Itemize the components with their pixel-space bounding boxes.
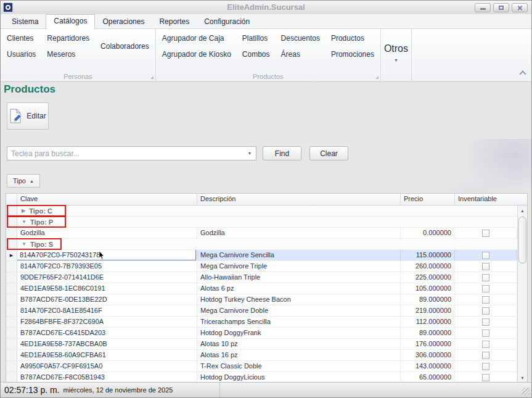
group-row-tipo-s[interactable]: ▼ Tipo: S — [6, 239, 517, 250]
cell-precio[interactable]: 176.000000 — [401, 339, 455, 349]
cell-precio[interactable]: 89.000000 — [401, 328, 455, 338]
cell-precio[interactable]: 105.000000 — [401, 283, 455, 294]
clear-button[interactable]: Clear — [309, 146, 348, 160]
cell-descripcion[interactable]: Mega Carnivore Doble — [197, 305, 401, 316]
scrollbar-thumb[interactable] — [518, 217, 526, 263]
ribbon-item-productos[interactable]: Productos — [330, 33, 375, 44]
close-button[interactable] — [512, 3, 528, 12]
tab-sistema[interactable]: Sistema — [4, 15, 46, 28]
tab-configuracion[interactable]: Configuración — [197, 15, 257, 28]
ribbon-item-agrupador-kiosko[interactable]: Agrupador de Kiosko — [161, 49, 232, 60]
cell-descripcion[interactable]: Mega Carnivore Sencilla — [197, 250, 401, 260]
table-row[interactable]: 4ED1EA9E58-1EC86C0191 Alotas 6 pz 105.00… — [6, 283, 517, 294]
inventariable-checkbox[interactable] — [482, 285, 489, 292]
cell-descripcion[interactable]: Mega Carnivore Triple — [197, 261, 401, 272]
cell-precio[interactable]: 225.000000 — [401, 272, 455, 283]
cell-clave[interactable]: A9950F0A57-CF9F6915A0 — [17, 361, 197, 371]
expand-icon[interactable]: ▼ — [22, 219, 27, 225]
ribbon-item-colaboradores[interactable]: Colaboradores — [99, 41, 150, 52]
inventariable-checkbox[interactable] — [482, 318, 489, 326]
collapse-icon[interactable]: ▶ — [22, 208, 25, 214]
cell-precio[interactable]: 89.000000 — [401, 294, 455, 305]
inventariable-checkbox[interactable] — [482, 252, 489, 259]
ribbon-item-repartidores[interactable]: Repartidores — [46, 33, 91, 44]
cell-descripcion[interactable]: Alotas 16 pz — [197, 350, 401, 360]
inventariable-checkbox[interactable] — [482, 274, 489, 281]
tab-operaciones[interactable]: Operaciones — [95, 15, 152, 28]
cell-descripcion[interactable]: Alotas 10 pz — [197, 339, 401, 349]
table-row[interactable]: 814A70F2C0-8A1E85416F Mega Carnivore Dob… — [6, 305, 517, 317]
search-input[interactable] — [7, 147, 240, 160]
ribbon-item-usuarios[interactable]: Usuarios — [6, 49, 37, 60]
table-row[interactable]: F2864BFBFE-8F372C690A Tricerachamps Senc… — [6, 317, 517, 328]
table-row[interactable]: B787ACD67E-C6415DA203 Hotdog DoggyFrank … — [6, 328, 517, 339]
cell-precio[interactable]: 112.000000 — [401, 317, 455, 327]
cell-descripcion[interactable]: Alotas 6 pz — [197, 283, 401, 294]
cell-precio[interactable]: 219.000000 — [401, 305, 455, 316]
groupby-tipo-chip[interactable]: Tipo ▲ — [7, 174, 40, 188]
table-row[interactable]: A9950F0A57-CF9F6915A0 T-Rex Classic Dobl… — [6, 361, 517, 372]
cell-clave[interactable]: 814A70F2C0-7B79393E05 — [17, 261, 197, 272]
cell-descripcion[interactable]: Tricerachamps Sencilla — [197, 317, 401, 327]
cell-precio[interactable]: 260.000000 — [401, 261, 455, 272]
cell-descripcion[interactable]: Hotdog Turkey Cheese Bacon — [197, 294, 401, 305]
minimize-button[interactable] — [475, 3, 491, 12]
inventariable-checkbox[interactable] — [482, 296, 489, 304]
inventariable-checkbox[interactable] — [482, 330, 489, 337]
table-row-selected[interactable]: ▶ 814A70F2C0-F750243178 Mega Carnivore S… — [6, 250, 517, 261]
ribbon-item-otros[interactable]: Otros — [383, 42, 409, 56]
cell-clave[interactable]: B787ACD67E-F8C05B1943 — [17, 372, 197, 383]
ribbon-item-combos[interactable]: Combos — [241, 49, 271, 60]
ribbon-item-promociones[interactable]: Promociones — [330, 49, 375, 60]
cell-descripcion[interactable]: Hotdog DoggyLicious — [197, 372, 401, 383]
tab-catalogos[interactable]: Catálogos — [46, 14, 95, 29]
cell-clave[interactable]: 4ED1EA9E58-737ABCBA0B — [17, 339, 197, 349]
cell-precio[interactable]: 143.000000 — [401, 361, 455, 371]
group-row-tipo-c[interactable]: ▶ Tipo: C — [6, 205, 517, 217]
cell-clave[interactable]: 814A70F2C0-8A1E85416F — [17, 305, 197, 316]
cell-precio[interactable]: 115.000000 — [401, 250, 455, 260]
cell-precio[interactable]: 65.000000 — [401, 372, 455, 383]
inventariable-checkbox[interactable] — [482, 352, 489, 359]
column-header-descripcion[interactable]: Descripción — [197, 194, 401, 205]
scroll-down-button[interactable]: ▼ — [518, 373, 527, 383]
inventariable-checkbox[interactable] — [482, 341, 489, 348]
table-row[interactable]: Godzilla Godzilla 0.000000 — [6, 228, 517, 239]
cell-clave[interactable]: Godzilla — [17, 228, 197, 238]
table-row[interactable]: B787ACD67E-0DE13BE22D Hotdog Turkey Chee… — [6, 294, 517, 305]
cell-precio[interactable]: 0.000000 — [401, 228, 455, 238]
cell-clave[interactable]: F2864BFBFE-8F372C690A — [17, 317, 197, 327]
cell-descripcion[interactable]: Allo-Hawaiian Triple — [197, 272, 401, 283]
inventariable-checkbox[interactable] — [482, 307, 489, 315]
ribbon-item-areas[interactable]: Áreas — [280, 49, 321, 60]
vertical-scrollbar[interactable]: ▲ ▼ — [517, 205, 527, 383]
cell-descripcion[interactable]: Hotdog DoggyFrank — [197, 328, 401, 338]
tab-reportes[interactable]: Reportes — [152, 15, 197, 28]
search-dropdown-button[interactable]: ▼ — [243, 147, 256, 160]
table-row[interactable]: 4ED1EA9E58-60A9CFBA61 Alotas 16 pz 306.0… — [6, 350, 517, 361]
cell-precio[interactable]: 306.000000 — [401, 350, 455, 360]
cell-clave[interactable]: B787ACD67E-C6415DA203 — [17, 328, 197, 338]
ribbon-item-platillos[interactable]: Platillos — [241, 33, 271, 44]
ribbon-item-meseros[interactable]: Meseros — [46, 49, 91, 60]
expand-icon[interactable]: ▼ — [22, 241, 27, 247]
cell-clave[interactable]: 4ED1EA9E58-1EC86C0191 — [17, 283, 197, 294]
cell-clave[interactable]: 4ED1EA9E58-60A9CFBA61 — [17, 350, 197, 360]
find-button[interactable]: Find — [263, 146, 301, 160]
ribbon-collapse-icon[interactable] — [519, 70, 526, 77]
clave-cell-editor[interactable]: 814A70F2C0-F750243178 — [17, 250, 196, 260]
cell-clave-editing[interactable]: 814A70F2C0-F750243178 — [17, 250, 197, 260]
inventariable-checkbox[interactable] — [482, 374, 489, 381]
inventariable-checkbox[interactable] — [482, 363, 489, 370]
column-header-clave[interactable]: Clave — [17, 194, 197, 205]
scroll-up-button[interactable]: ▲ — [518, 205, 527, 215]
inventariable-checkbox[interactable] — [482, 263, 489, 270]
column-header-precio[interactable]: Precio — [401, 194, 455, 205]
group-row-tipo-p[interactable]: ▼ Tipo: P — [6, 217, 517, 228]
cell-descripcion[interactable]: T-Rex Classic Doble — [197, 361, 401, 371]
maximize-button[interactable] — [493, 3, 509, 12]
cell-descripcion[interactable]: Godzilla — [197, 228, 401, 238]
ribbon-item-agrupador-caja[interactable]: Agrupador de Caja — [161, 33, 232, 44]
search-combobox[interactable]: ▼ — [7, 146, 256, 160]
table-row[interactable]: 814A70F2C0-7B79393E05 Mega Carnivore Tri… — [6, 261, 517, 272]
